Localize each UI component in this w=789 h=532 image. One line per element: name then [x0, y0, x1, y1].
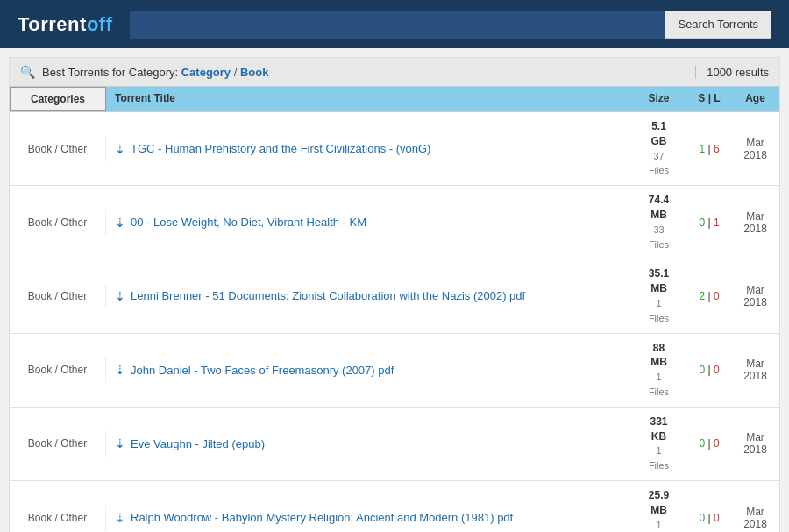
- row-category: Book / Other: [10, 209, 106, 236]
- table-row: Book / Other ⇣ Eve Vaughn - Jilted (epub…: [10, 408, 779, 481]
- site-logo[interactable]: Torrentoff: [18, 13, 112, 36]
- row-category: Book / Other: [10, 357, 106, 383]
- download-icon: ⇣: [115, 142, 125, 156]
- row-sl: 0 | 0: [687, 430, 731, 457]
- torrent-link[interactable]: TGC - Human Prehistory and the First Civ…: [131, 142, 430, 155]
- col-header-title: Torrent Title: [106, 87, 630, 111]
- filter-label: Best Torrents for Category:: [42, 66, 178, 79]
- leechers: 0: [714, 437, 720, 450]
- sl-separator: |: [705, 364, 714, 376]
- download-icon: ⇣: [115, 216, 125, 230]
- row-age: Mar2018: [731, 351, 779, 389]
- torrent-link[interactable]: Ralph Woodrow - Babylon Mystery Religion…: [131, 511, 513, 524]
- download-icon: ⇣: [115, 289, 125, 303]
- row-age: Mar2018: [731, 277, 779, 316]
- row-title: ⇣ Eve Vaughn - Jilted (epub): [106, 429, 630, 458]
- torrent-link[interactable]: 00 - Lose Weight, No Diet, Vibrant Healt…: [131, 216, 366, 229]
- row-title: ⇣ TGC - Human Prehistory and the First C…: [106, 135, 630, 163]
- row-title: ⇣ Ralph Woodrow - Babylon Mystery Religi…: [106, 504, 630, 532]
- filter-left: 🔍 Best Torrents for Category: Category /…: [20, 65, 268, 79]
- leechers: 1: [714, 216, 720, 229]
- row-size: 5.1GB37Files: [630, 112, 687, 185]
- row-sl: 0 | 1: [687, 209, 731, 236]
- row-title: ⇣ Lenni Brenner - 51 Documents: Zionist …: [106, 282, 630, 310]
- filter-bar: 🔍 Best Torrents for Category: Category /…: [10, 58, 779, 87]
- col-header-sl: S | L: [687, 87, 731, 111]
- row-age: Mar2018: [731, 499, 779, 532]
- row-sl: 2 | 0: [687, 283, 731, 309]
- torrent-link[interactable]: Lenni Brenner - 51 Documents: Zionist Co…: [131, 289, 525, 302]
- row-category: Book / Other: [10, 136, 106, 162]
- sl-separator: |: [705, 143, 714, 155]
- sl-separator: |: [705, 437, 714, 450]
- sl-separator: |: [705, 216, 714, 229]
- row-category: Book / Other: [10, 505, 106, 531]
- logo-torrent: Torrent: [18, 13, 87, 35]
- sl-separator: |: [705, 290, 714, 302]
- rows-container: Book / Other ⇣ TGC - Human Prehistory an…: [10, 112, 779, 532]
- col-header-age: Age: [731, 87, 779, 111]
- torrent-link[interactable]: Eve Vaughn - Jilted (epub): [131, 437, 265, 450]
- table-row: Book / Other ⇣ TGC - Human Prehistory an…: [10, 112, 779, 186]
- row-title: ⇣ 00 - Lose Weight, No Diet, Vibrant Hea…: [106, 209, 630, 237]
- row-category: Book / Other: [10, 430, 106, 457]
- header: Torrentoff Search Torrents: [0, 0, 789, 48]
- row-sl: 1 | 6: [687, 136, 731, 162]
- table-header: Categories Torrent Title Size S | L Age: [10, 87, 779, 112]
- leechers: 6: [714, 143, 720, 155]
- row-age: Mar2018: [731, 424, 779, 463]
- leechers: 0: [714, 290, 720, 302]
- filter-separator: /: [234, 66, 238, 79]
- logo-off: off: [87, 13, 113, 35]
- row-size: 88MB1Files: [630, 334, 687, 407]
- search-input[interactable]: [130, 11, 665, 39]
- torrent-link[interactable]: John Daniel - Two Faces of Freemasonry (…: [131, 364, 394, 377]
- search-button[interactable]: Search Torrents: [665, 11, 771, 39]
- search-bar: Search Torrents: [130, 11, 771, 39]
- leechers: 0: [714, 512, 720, 524]
- download-icon: ⇣: [115, 436, 125, 450]
- row-size: 74.4MB33Files: [630, 186, 687, 259]
- table-row: Book / Other ⇣ Ralph Woodrow - Babylon M…: [10, 481, 779, 532]
- sl-separator: |: [705, 512, 714, 524]
- leechers: 0: [714, 364, 720, 376]
- row-size: 35.1MB1Files: [630, 259, 687, 332]
- content-area: 🔍 Best Torrents for Category: Category /…: [9, 57, 780, 532]
- row-title: ⇣ John Daniel - Two Faces of Freemasonry…: [106, 356, 630, 384]
- row-category: Book / Other: [10, 283, 106, 309]
- filter-text: Best Torrents for Category: Category / B…: [42, 66, 268, 79]
- search-icon: 🔍: [20, 65, 35, 79]
- row-age: Mar2018: [731, 130, 779, 168]
- table-row: Book / Other ⇣ Lenni Brenner - 51 Docume…: [10, 259, 779, 333]
- table-row: Book / Other ⇣ John Daniel - Two Faces o…: [10, 334, 779, 408]
- results-count: 1000 results: [695, 66, 769, 79]
- col-header-categories[interactable]: Categories: [10, 87, 106, 111]
- subcategory-link[interactable]: Book: [240, 66, 269, 79]
- table-row: Book / Other ⇣ 00 - Lose Weight, No Diet…: [10, 186, 779, 259]
- row-sl: 0 | 0: [687, 357, 731, 383]
- download-icon: ⇣: [115, 363, 125, 377]
- download-icon: ⇣: [115, 511, 125, 525]
- row-sl: 0 | 0: [687, 505, 731, 531]
- category-link[interactable]: Category: [181, 66, 231, 79]
- row-size: 25.9MB1Files: [630, 481, 687, 532]
- row-size: 331KB1Files: [630, 408, 687, 480]
- col-header-size: Size: [630, 87, 687, 111]
- row-age: Mar2018: [731, 203, 779, 242]
